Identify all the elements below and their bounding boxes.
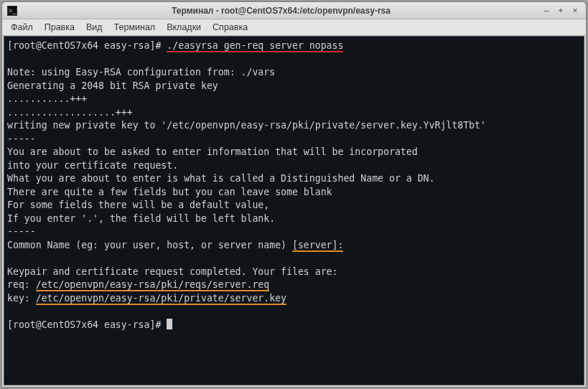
cn-label: Common Name (eg: your user, host, or ser…	[7, 240, 292, 250]
output-line: If you enter '.', the field will be left…	[7, 213, 275, 224]
output-line: ...................+++	[7, 107, 133, 118]
output-line: -----	[7, 133, 36, 144]
output-line: There are quite a few fields but you can…	[7, 187, 332, 197]
req-path: /etc/openvpn/easy-rsa/pki/reqs/server.re…	[36, 279, 270, 291]
shell-prompt: [root@CentOS7x64 easy-rsa]#	[7, 319, 167, 330]
output-line: -----	[7, 226, 36, 237]
command-text: ./easyrsa gen-req server nopass	[167, 40, 343, 52]
output-line: into your certificate request.	[7, 160, 178, 171]
menu-file[interactable]: Файл	[5, 21, 39, 34]
shell-prompt: [root@CentOS7x64 easy-rsa]#	[7, 40, 167, 51]
menu-help[interactable]: Справка	[207, 21, 253, 34]
terminal-window: >_ Терминал - root@CentOS7x64:/etc/openv…	[1, 1, 587, 388]
menu-tabs[interactable]: Вкладки	[161, 21, 207, 34]
maximize-button[interactable]: +	[554, 6, 567, 16]
output-line: For some fields there will be a default …	[7, 200, 269, 210]
minimize-button[interactable]: –	[540, 6, 553, 16]
output-line: Note: using Easy-RSA configuration from:…	[7, 67, 275, 78]
output-line: ...........+++	[7, 93, 87, 104]
window-title: Терминал - root@CentOS7x64:/etc/openvpn/…	[22, 6, 540, 16]
output-line: You are about to be asked to enter infor…	[7, 146, 418, 157]
window-controls: – + ×	[540, 6, 582, 16]
menu-terminal[interactable]: Терминал	[108, 21, 162, 34]
titlebar[interactable]: >_ Терминал - root@CentOS7x64:/etc/openv…	[2, 2, 586, 19]
terminal-icon: >_	[6, 5, 18, 17]
menu-edit[interactable]: Правка	[39, 21, 80, 34]
cursor-icon	[167, 319, 172, 329]
terminal-body[interactable]: [root@CentOS7x64 easy-rsa]# ./easyrsa ge…	[4, 36, 584, 385]
close-button[interactable]: ×	[569, 6, 582, 16]
menu-view[interactable]: Вид	[80, 21, 108, 34]
key-label: key:	[7, 293, 36, 304]
output-line: writing new private key to '/etc/openvpn…	[7, 120, 486, 131]
output-line: Keypair and certificate request complete…	[7, 266, 338, 277]
output-line: Generating a 2048 bit RSA private key	[7, 80, 218, 91]
req-label: req:	[7, 279, 36, 290]
menubar: Файл Правка Вид Терминал Вкладки Справка	[2, 19, 586, 36]
output-line: What you are about to enter is what is c…	[7, 173, 434, 184]
cn-default: [server]:	[292, 240, 343, 252]
svg-text:>_: >_	[9, 7, 17, 14]
key-path: /etc/openvpn/easy-rsa/pki/private/server…	[36, 293, 286, 305]
